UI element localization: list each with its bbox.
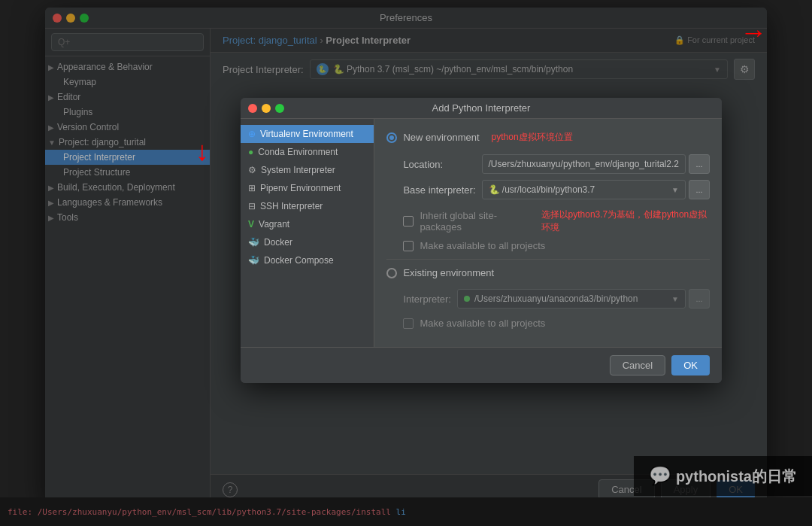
dialog-nav-pipenv[interactable]: ⊞ Pipenv Environment — [241, 179, 374, 197]
dialog-container: ↓ Add Python Interpreter ⊕ Virt — [241, 98, 722, 383]
available-all-checkbox[interactable] — [403, 241, 414, 251]
existing-interpreter-form: Interpreter: /Users/zhuxuanyu/anaconda3/… — [403, 289, 710, 309]
interpreter-existing-input-row: /Users/zhuxuanyu/anaconda3/bin/python ▼ … — [457, 289, 710, 309]
interpreter-existing-value: /Users/zhuxuanyu/anaconda3/bin/python — [474, 293, 638, 304]
available-all-label: Make available to all projects — [420, 240, 545, 251]
green-status-dot — [464, 296, 470, 302]
vagrant-icon: V — [248, 219, 254, 230]
existing-browse-button: ... — [689, 289, 710, 309]
existing-dropdown-arrow: ▼ — [671, 295, 679, 303]
available-all-checkbox-row: Make available to all projects — [403, 240, 710, 251]
dialog-sidebar: ⊕ Virtualenv Environment ● Conda Environ… — [241, 119, 374, 347]
new-environment-row: New environment python虚拟环境位置 — [386, 131, 710, 144]
divider — [386, 259, 710, 260]
base-interpreter-select[interactable]: 🐍 /usr/local/bin/python3.7 ▼ — [482, 180, 686, 199]
dialog-nav-system[interactable]: ⚙ System Interpreter — [241, 161, 374, 179]
system-icon: ⚙ — [248, 165, 256, 175]
virtualenv-icon: ⊕ — [248, 129, 256, 139]
interpreter-existing-select: /Users/zhuxuanyu/anaconda3/bin/python ▼ — [457, 289, 686, 309]
dialog-nav-label-virtualenv: Virtualenv Environment — [260, 129, 353, 139]
dialog-nav-label-vagrant: Vagrant — [259, 219, 289, 230]
conda-icon: ● — [248, 147, 253, 157]
chinese-annotation-1: python虚拟环境位置 — [492, 131, 573, 144]
inherit-label: Inherit global site-packages — [420, 210, 529, 233]
existing-env-label: Existing environment — [403, 267, 494, 278]
dialog-nav-label-docker: Docker — [264, 237, 292, 248]
pipenv-icon: ⊞ — [248, 183, 256, 193]
location-form: Location: /Users/zhuxuanyu/python_env/dj… — [403, 154, 710, 199]
docker-compose-icon: 🐳 — [248, 255, 259, 266]
add-interpreter-dialog: Add Python Interpreter ⊕ Virtualenv Envi… — [241, 98, 722, 383]
available-all2-checkbox — [403, 318, 414, 329]
location-input[interactable]: /Users/zhuxuanyu/python_env/django_turit… — [482, 154, 686, 174]
existing-env-radio[interactable] — [386, 268, 397, 278]
dialog-overlay: ↓ Add Python Interpreter ⊕ Virt — [0, 0, 812, 526]
inherit-checkbox-row: Inherit global site-packages 选择以python3.… — [403, 208, 710, 234]
existing-environment-row: Existing environment — [386, 267, 710, 278]
base-interpreter-input-row: 🐍 /usr/local/bin/python3.7 ▼ ... — [482, 180, 710, 199]
ssh-icon: ⊟ — [248, 201, 256, 211]
dialog-nav-virtualenv[interactable]: ⊕ Virtualenv Environment — [241, 125, 374, 143]
base-interpreter-value: 🐍 /usr/local/bin/python3.7 — [489, 184, 595, 195]
dialog-nav-label-docker-compose: Docker Compose — [264, 255, 334, 266]
location-input-row: /Users/zhuxuanyu/python_env/django_turit… — [482, 154, 710, 174]
chinese-annotation-2: 选择以python3.7为基础，创建python虚拟环境 — [541, 208, 710, 234]
dialog-nav-docker[interactable]: 🐳 Docker — [241, 233, 374, 251]
available-all2-label: Make available to all projects — [420, 318, 545, 329]
dialog-main: New environment python虚拟环境位置 Location: /… — [374, 119, 722, 347]
dialog-cancel-button[interactable]: Cancel — [610, 355, 665, 375]
red-arrow-down: ↓ — [195, 135, 209, 167]
red-arrow-right: ← — [740, 17, 767, 48]
base-interpreter-label: Base interpreter: — [403, 184, 475, 196]
dialog-nav-label-ssh: SSH Interpreter — [260, 201, 323, 211]
dialog-close-button[interactable] — [248, 104, 257, 113]
interpreter-existing-label: Interpreter: — [403, 293, 451, 305]
dialog-body: ⊕ Virtualenv Environment ● Conda Environ… — [241, 119, 722, 347]
dialog-title-bar: Add Python Interpreter — [241, 98, 722, 119]
dialog-nav-ssh[interactable]: ⊟ SSH Interpreter — [241, 197, 374, 215]
base-interpreter-browse-button[interactable]: ... — [689, 180, 710, 199]
dialog-bottom: Cancel OK — [241, 347, 722, 383]
dialog-nav-vagrant[interactable]: V Vagrant — [241, 215, 374, 233]
dialog-nav-label-conda: Conda Environment — [258, 147, 338, 157]
location-browse-button[interactable]: ... — [689, 154, 710, 174]
dialog-ok-button[interactable]: OK — [671, 355, 710, 375]
dialog-nav-label-system: System Interpreter — [261, 165, 335, 175]
location-value: /Users/zhuxuanyu/python_env/django_turit… — [489, 159, 680, 169]
dialog-window-controls — [248, 104, 284, 113]
new-env-radio[interactable] — [386, 132, 397, 143]
location-label: Location: — [403, 159, 475, 170]
dialog-nav-conda[interactable]: ● Conda Environment — [241, 143, 374, 161]
existing-value-container: /Users/zhuxuanyu/anaconda3/bin/python — [464, 293, 638, 304]
dialog-minimize-button[interactable] — [262, 104, 271, 113]
docker-icon: 🐳 — [248, 237, 259, 248]
new-env-label: New environment — [403, 132, 479, 143]
dialog-maximize-button[interactable] — [275, 104, 284, 113]
available-all2-checkbox-row: Make available to all projects — [403, 318, 710, 329]
dialog-nav-label-pipenv: Pipenv Environment — [260, 183, 341, 193]
dialog-nav-docker-compose[interactable]: 🐳 Docker Compose — [241, 251, 374, 269]
dialog-title: Add Python Interpreter — [432, 102, 531, 114]
inherit-checkbox[interactable] — [403, 216, 414, 227]
base-interpreter-arrow: ▼ — [671, 186, 679, 194]
